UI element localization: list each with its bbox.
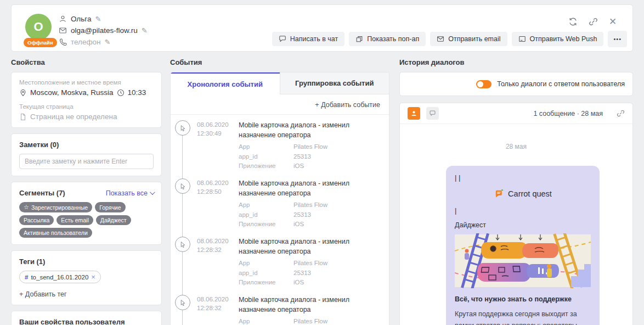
- send-webpush-button[interactable]: Отправить Web Push: [512, 32, 604, 46]
- user-name: Ольга: [71, 15, 91, 23]
- current-page-value: Страница не определена: [30, 113, 117, 121]
- dialog-filter-label: Только диалоги с ответом пользователя: [497, 80, 625, 88]
- user-email-row: olga@pilates-flow.ru ✎: [59, 25, 148, 36]
- close-icon[interactable]: ✕: [609, 17, 618, 26]
- digest-post-text: Крутая поддержка сегодня выходит за рамк…: [455, 309, 591, 325]
- cursor-icon: [179, 125, 187, 132]
- tag-value: to_send_16.01.2020: [31, 274, 88, 281]
- event-item[interactable]: 08.06.202012:28:32 Mobile карточка диало…: [175, 295, 381, 325]
- segments-show-all-link[interactable]: Показать все: [106, 189, 154, 197]
- location-card: Местоположение и местное время Moscow, M…: [11, 72, 162, 128]
- refresh-icon[interactable]: [568, 17, 578, 26]
- edit-name-icon[interactable]: ✎: [95, 15, 101, 23]
- message-pre-line: | |: [455, 173, 591, 182]
- cursor-icon: [179, 241, 187, 248]
- add-tag-button[interactable]: + Добавить тег: [19, 290, 154, 298]
- properties-title: Свойства: [11, 58, 162, 66]
- remove-tag-icon[interactable]: ×: [91, 273, 95, 281]
- action-bar: Написать в чат Показать поп-ап Отправить…: [272, 31, 627, 47]
- channel-user-icon: [408, 107, 420, 120]
- user-card-header: O Оффлайн Ольга ✎ olga@pilates-flow.ru ✎…: [11, 4, 633, 52]
- show-popup-button[interactable]: Показать поп-ап: [349, 32, 426, 46]
- popup-icon: [355, 35, 363, 43]
- notes-card: Заметки (0): [11, 133, 162, 176]
- location-row: Moscow, Moskva, Russia 10:33: [19, 88, 154, 97]
- note-input[interactable]: [19, 154, 154, 169]
- clock-icon: [117, 89, 125, 97]
- conversation-link-icon[interactable]: [617, 109, 625, 117]
- add-event-button[interactable]: + Добавить событие: [315, 101, 380, 109]
- event-item[interactable]: 08.06.202012:28:32 Mobile карточка диало…: [175, 237, 381, 287]
- user-props-card: Ваши свойства пользователя RFM✎ горячие_…: [11, 311, 162, 325]
- cursor-icon: [179, 183, 187, 190]
- conversation-meta: 1 сообщение · 28 мая: [533, 110, 603, 117]
- current-page-label: Текущая страница: [19, 103, 154, 110]
- conversation-card[interactable]: 1 сообщение · 28 мая 28 мая | | Carrot q…: [399, 103, 633, 325]
- dialog-filter-toggle[interactable]: [476, 80, 492, 88]
- segments-card: Сегменты (7) Показать все ☆Зарегистриров…: [11, 182, 162, 245]
- user-name-row: Ольга ✎: [59, 13, 148, 25]
- send-email-button[interactable]: Отправить email: [430, 32, 507, 46]
- segment-pill[interactable]: ☆Зарегистрированные: [19, 202, 92, 212]
- date-separator: 28 мая: [400, 143, 632, 150]
- chevron-down-icon: [150, 189, 155, 195]
- event-item[interactable]: 08.06.202012:30:49 Mobile карточка диало…: [175, 120, 381, 171]
- user-props-title: Ваши свойства пользователя: [19, 318, 154, 325]
- segment-pill[interactable]: Горячие: [95, 202, 125, 212]
- tags-card: Теги (1) # to_send_16.01.2020 × + Добави…: [11, 250, 162, 305]
- tags-title: Теги (1): [19, 257, 154, 266]
- current-page-row: Страница не определена: [19, 113, 154, 121]
- star-icon: ☆: [24, 204, 29, 211]
- show-popup-label: Показать поп-ап: [367, 35, 419, 43]
- dialog-history-title: История диалогов: [399, 58, 633, 66]
- segment-pill[interactable]: Дайджест: [96, 215, 131, 225]
- brand-name: Carrot quest: [508, 189, 552, 198]
- event-timeline-list: 08.06.202012:30:49 Mobile карточка диало…: [171, 115, 389, 325]
- edit-email-icon[interactable]: ✎: [142, 26, 148, 35]
- edit-phone-icon[interactable]: ✎: [105, 38, 111, 46]
- tab-event-grouping[interactable]: Группировка событий: [280, 72, 389, 94]
- chat-icon: [279, 35, 286, 43]
- send-webpush-label: Отправить Web Push: [530, 35, 597, 43]
- segment-pill[interactable]: Активные пользователи: [19, 228, 92, 238]
- avatar: O: [25, 14, 52, 40]
- digest-label: Дайджест: [455, 221, 591, 229]
- segments-title: Сегменты (7): [19, 189, 65, 197]
- events-tabs: Хронология событий Группировка событий: [171, 72, 389, 94]
- user-email: olga@pilates-flow.ru: [71, 26, 138, 35]
- write-chat-button[interactable]: Написать в чат: [272, 32, 344, 46]
- channel-chat-icon: [426, 107, 439, 120]
- webpush-icon: [518, 35, 526, 43]
- location-value: Moscow, Moskva, Russia: [30, 88, 114, 97]
- segments-show-all-label: Показать все: [106, 189, 148, 197]
- dialog-filter-card: Только диалоги с ответом пользователя: [399, 72, 633, 96]
- brand-row: Carrot quest: [455, 188, 591, 199]
- page-icon: [19, 113, 27, 121]
- location-label: Местоположение и местное время: [19, 79, 154, 86]
- phone-icon: [59, 38, 67, 46]
- person-icon: [59, 15, 67, 23]
- segments-list: ☆Зарегистрированные Горячие Рассылка Ест…: [19, 202, 154, 238]
- notes-title: Заметки (0): [19, 141, 154, 149]
- status-badge: Оффлайн: [24, 38, 57, 47]
- segment-pill[interactable]: Рассылка: [19, 215, 54, 225]
- message-mid-line: |: [455, 206, 591, 215]
- message-bubble[interactable]: | | Carrot quest | Дайджест: [446, 166, 600, 325]
- event-item[interactable]: 08.06.202012:28:50 Mobile карточка диало…: [175, 178, 381, 229]
- more-actions-button[interactable]: •••: [608, 31, 627, 47]
- tag-pill[interactable]: # to_send_16.01.2020 ×: [19, 271, 101, 283]
- location-pin-icon: [19, 89, 27, 97]
- conversation-header: 1 сообщение · 28 мая: [400, 103, 632, 124]
- digest-post-title: Всё, что нужно знать о поддержке: [455, 295, 591, 303]
- send-email-label: Отправить email: [448, 35, 500, 43]
- send-email-icon: [437, 35, 444, 43]
- hash-icon: #: [25, 274, 28, 281]
- link-icon[interactable]: [589, 17, 598, 26]
- user-phone-row: телефон ✎: [59, 36, 148, 48]
- segment-pill[interactable]: Есть email: [57, 215, 93, 225]
- write-chat-label: Написать в чат: [290, 35, 338, 43]
- tab-event-timeline[interactable]: Хронология событий: [171, 72, 280, 94]
- events-title: События: [170, 58, 389, 66]
- email-icon: [59, 26, 67, 35]
- user-phone-placeholder: телефон: [71, 38, 101, 46]
